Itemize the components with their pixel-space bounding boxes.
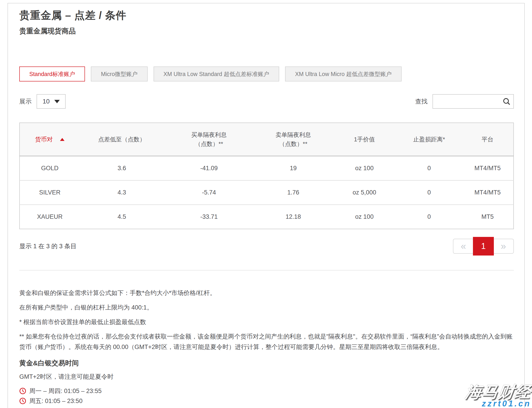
instruments-table: 货币对 点差低至（点数） 买单隔夜利息 （点数）** 卖单隔夜利息 （点数）**… (19, 123, 514, 229)
timezone-note: GMT+2时区，请注意可能是夏令时 (19, 373, 514, 381)
cell-swap-short: 19 (254, 156, 332, 181)
content-panel: 贵重金属 – 点差 / 条件 贵重金属现货商品 Standard标准账户 Mic… (8, 3, 525, 408)
cell-limit-stop: 0 (397, 205, 462, 229)
search-label: 查找 (415, 97, 427, 105)
column-header-pair-label: 货币对 (35, 136, 53, 143)
table-row: GOLD 3.6 -41.09 19 oz 100 0 MT4/MT5 (19, 156, 514, 181)
column-header-platform[interactable]: 平台 (462, 123, 514, 156)
table-header-row: 货币对 点差低至（点数） 买单隔夜利息 （点数）** 卖单隔夜利息 （点数）**… (19, 123, 514, 156)
account-type-tabs: Standard标准账户 Micro微型账户 XM Ultra Low Stan… (19, 67, 514, 81)
cell-lot-value: oz 100 (332, 205, 397, 229)
clock-icon (19, 388, 26, 394)
tab-label: XM Ultra Low Micro 超低点差微型账户 (295, 70, 392, 78)
page-title: 贵重金属 – 点差 / 条件 (19, 9, 514, 21)
clock-icon (19, 398, 26, 404)
cell-platform: MT4/MT5 (462, 180, 514, 205)
cell-pair: SILVER (19, 180, 80, 205)
cell-platform: MT4/MT5 (462, 156, 514, 181)
cell-pair: XAUEUR (19, 205, 80, 229)
search-icon (503, 97, 511, 105)
cell-lot-value: oz 5,000 (332, 180, 397, 205)
pagination-prev-button[interactable]: « (453, 239, 474, 254)
pagination-next-button[interactable]: » (493, 239, 514, 254)
cell-limit-stop: 0 (397, 156, 462, 181)
cell-platform: MT5 (462, 205, 514, 229)
schedule-row-weekdays: 周一 – 周四: 01:05 – 23:55 (19, 387, 514, 395)
pagination-page-1-button[interactable]: 1 (473, 237, 494, 255)
column-header-spread[interactable]: 点差低至（点数） (80, 123, 164, 156)
cell-swap-long: -5.74 (164, 180, 254, 205)
cell-spread: 4.3 (80, 180, 164, 205)
page-size-value: 10 (43, 98, 50, 105)
page-size-label: 展示 (19, 97, 32, 105)
cell-swap-short: 12.18 (254, 205, 332, 229)
cell-spread: 4.5 (80, 205, 164, 229)
cell-limit-stop: 0 (397, 180, 462, 205)
schedule-row-friday: 周五: 01:05 – 23:50 (19, 397, 514, 405)
swap-footnote: ** 如果您有仓位持仓过夜的话，那么您会支付或者获取一些金额，该金额便是两个货币… (19, 331, 514, 352)
tab-micro-account[interactable]: Micro微型账户 (91, 67, 147, 81)
table-controls: 展示 10 查找 (19, 94, 514, 109)
tab-label: Micro微型账户 (101, 70, 137, 78)
margin-formula-note: 黄金和白银的保证金需求计算公式如下：手数*合约大小*市场价格/杠杆。 (19, 288, 514, 298)
schedule-text: 周一 – 周四: 01:05 – 23:55 (29, 387, 102, 395)
caret-down-icon (54, 100, 60, 103)
sort-asc-icon (60, 138, 64, 141)
tab-standard-account[interactable]: Standard标准账户 (19, 67, 85, 81)
tab-label: XM Ultra Low Standard 超低点差标准账户 (164, 70, 269, 78)
tab-label: Standard标准账户 (29, 70, 75, 78)
section-divider (19, 270, 514, 271)
cell-lot-value: oz 100 (332, 156, 397, 181)
column-header-swap-short[interactable]: 卖单隔夜利息 （点数）** (254, 123, 332, 156)
table-row: SILVER 4.3 -5.74 1.76 oz 5,000 0 MT4/MT5 (19, 180, 514, 205)
search-box (433, 94, 514, 109)
schedule-text: 周五: 01:05 – 23:50 (29, 397, 82, 405)
page-size-select[interactable]: 10 (36, 94, 66, 109)
search-input[interactable] (433, 95, 513, 108)
pagination: « 1 » (453, 237, 514, 255)
column-header-swap-long[interactable]: 买单隔夜利息 （点数）** (164, 123, 254, 156)
tab-ultra-low-standard-account[interactable]: XM Ultra Low Standard 超低点差标准账户 (154, 67, 279, 81)
column-header-lot-value[interactable]: 1手价值 (332, 123, 397, 156)
search-control: 查找 (415, 94, 514, 109)
page-size-control: 展示 10 (19, 94, 66, 109)
column-header-limit-stop[interactable]: 止盈损距离* (397, 123, 462, 156)
cell-swap-long: -33.71 (164, 205, 254, 229)
stop-level-footnote: * 根据当前市价设置挂单的最低止损盈最低点数 (19, 317, 514, 327)
page-subtitle: 贵重金属现货商品 (19, 26, 514, 36)
trading-hours-title: 黄金&白银交易时间 (19, 358, 514, 368)
column-header-pair[interactable]: 货币对 (19, 123, 80, 156)
cell-pair: GOLD (19, 156, 80, 181)
silver-leverage-note: 在所有账户类型中，白银的杠杆上限均为 400:1。 (19, 302, 514, 313)
entries-info: 显示 1 在 3 的 3 条目 (19, 242, 77, 250)
tab-ultra-low-micro-account[interactable]: XM Ultra Low Micro 超低点差微型账户 (285, 67, 402, 81)
cell-spread: 3.6 (80, 156, 164, 181)
cell-swap-long: -41.09 (164, 156, 254, 181)
table-row: XAUEUR 4.5 -33.71 12.18 oz 100 0 MT5 (19, 205, 514, 229)
cell-swap-short: 1.76 (254, 180, 332, 205)
table-footer: 显示 1 在 3 的 3 条目 « 1 » (19, 237, 514, 255)
